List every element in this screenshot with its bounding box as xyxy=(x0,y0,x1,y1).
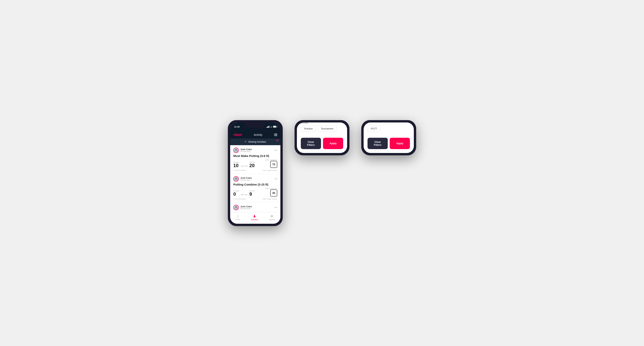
user-date-1: 28 Feb 2023 xyxy=(240,151,252,153)
filter-actions-3: Clear Filters Apply xyxy=(368,138,410,149)
score-value-1: 10 xyxy=(233,163,239,168)
user-date-2: 28 Feb 2023 xyxy=(240,179,252,181)
phone-1: 11:33 ▲ clippd Activity xyxy=(228,120,283,226)
filter-sheet-2: Filter ✕ Show Rounds Practice Drills Rou… xyxy=(297,123,347,153)
data-source-1: Data: Clippd Capture xyxy=(262,170,277,171)
activity-list-1: Josh Coles 28 Feb 2023 ••• Must Make Put… xyxy=(230,145,280,212)
activity-card-2[interactable]: Josh Coles 28 Feb 2023 ••• Putting Combi… xyxy=(230,174,280,202)
card-footer-2: ℹ Test Information Data: Clippd Capture xyxy=(233,198,277,200)
battery-icon xyxy=(273,126,276,128)
phone-2: 11:33 ▲ clippd Activity xyxy=(294,120,350,155)
user-info-2: Josh Coles 28 Feb 2023 xyxy=(233,176,252,182)
nav-activities-label-1: Activities xyxy=(251,219,258,221)
user-name-1: Josh Coles xyxy=(240,148,252,151)
logo-1: clippd xyxy=(233,133,242,137)
putt-btn-3[interactable]: PUTT xyxy=(368,126,380,132)
out-of-1: OUT OF xyxy=(240,165,248,167)
clear-filters-btn-2[interactable]: Clear Filters xyxy=(301,138,321,149)
user-name-2: Josh Coles xyxy=(240,177,252,179)
app-header-1: clippd Activity xyxy=(230,131,280,139)
avatar-2 xyxy=(233,176,239,182)
app-btn-3[interactable]: APP xyxy=(380,123,392,124)
activities-icon: ♟ xyxy=(253,214,256,218)
test-info-1: Test Information xyxy=(235,170,246,171)
practice-btn-2[interactable]: Practice xyxy=(301,126,316,132)
notch-1 xyxy=(246,123,265,128)
apply-btn-3[interactable]: Apply xyxy=(390,138,410,149)
nav-capture-label-1: Capture xyxy=(269,219,275,221)
viewing-bar-1[interactable]: ⚙ Viewing Activities xyxy=(230,139,280,145)
bottom-nav-1: ⌂ Home ♟ Activities ⊕ Capture xyxy=(230,212,280,224)
hamburger-menu-1[interactable] xyxy=(274,134,277,136)
test-info-2: Test Information xyxy=(235,198,246,200)
avatar-3 xyxy=(233,205,239,210)
phones-container: 11:33 ▲ clippd Activity xyxy=(228,120,416,226)
clear-filters-btn-3[interactable]: Clear Filters xyxy=(368,138,388,149)
activity-card-3[interactable]: Josh Coles 28 Feb 2023 ••• xyxy=(230,202,280,212)
filter-overlay-3: Filter ✕ Show Rounds Practice Drills Pra… xyxy=(364,123,414,153)
nav-capture-1[interactable]: ⊕ Capture xyxy=(269,214,275,221)
signal-icon xyxy=(266,126,270,128)
user-info-1: Josh Coles 28 Feb 2023 xyxy=(233,148,252,153)
header-title-1: Activity xyxy=(254,133,262,136)
score-value-2: 0 xyxy=(233,192,239,196)
activity-title-1: Must Make Putting (3-6 ft) xyxy=(233,154,277,158)
phone-3: 11:33 ▲ clippd Activity xyxy=(361,120,416,155)
status-bar-1: 11:33 ▲ xyxy=(230,123,280,131)
notification-dot-1 xyxy=(276,140,278,141)
capture-icon: ⊕ xyxy=(270,214,273,218)
activity-card-1[interactable]: Josh Coles 28 Feb 2023 ••• Must Make Put… xyxy=(230,145,280,174)
shot-quality-badge-1: 75 xyxy=(270,161,277,168)
stats-row-2: Score 0 OUT OF Shots 9 Shot Quality 45 xyxy=(233,188,277,196)
stats-row-1: Score 10 OUT OF Shots 20 Shot Quality 75 xyxy=(233,159,277,168)
status-time-1: 11:33 xyxy=(234,126,240,128)
shot-quality-badge-2: 45 xyxy=(270,189,277,196)
nav-home-1[interactable]: ⌂ Home xyxy=(236,214,240,220)
ott-btn-3[interactable]: OTT xyxy=(368,123,379,124)
apply-btn-2[interactable]: Apply xyxy=(323,138,343,149)
status-icons-1: ▲ xyxy=(266,126,276,128)
wifi-icon: ▲ xyxy=(270,126,272,128)
sq-label-1: Shot Quality xyxy=(265,159,277,161)
user-date-3: 28 Feb 2023 xyxy=(240,208,252,210)
shots-value-1: 20 xyxy=(250,163,255,168)
activity-title-2: Putting Combine (3-15 ft) xyxy=(233,183,277,186)
shots-value-2: 9 xyxy=(250,192,255,196)
more-dots-2[interactable]: ••• xyxy=(274,177,277,180)
user-name-3: Josh Coles xyxy=(240,205,252,208)
arg-btn-3[interactable]: ARG xyxy=(394,123,405,124)
avatar-1 xyxy=(233,148,239,153)
home-icon: ⌂ xyxy=(237,214,239,218)
sq-label-2: Shot Quality xyxy=(265,188,277,189)
viewing-bar-text-1: Viewing Activities xyxy=(248,141,266,143)
data-source-2: Data: Clippd Capture xyxy=(262,198,277,200)
more-dots-1[interactable]: ••• xyxy=(274,149,277,152)
rounds-label-2: Rounds xyxy=(301,123,343,124)
rounds-buttons-2: Practice Tournament xyxy=(301,126,343,132)
tournament-btn-2[interactable]: Tournament xyxy=(318,126,336,132)
user-info-3: Josh Coles 28 Feb 2023 xyxy=(233,205,252,210)
filter-actions-2: Clear Filters Apply xyxy=(301,138,343,149)
nav-home-label-1: Home xyxy=(236,218,240,220)
card-footer-1: ℹ Test Information Data: Clippd Capture xyxy=(233,170,277,171)
more-dots-3[interactable]: ••• xyxy=(274,206,277,209)
out-of-2: OUT OF xyxy=(240,194,248,196)
nav-activities-1[interactable]: ♟ Activities xyxy=(251,214,258,221)
filter-overlay-2: Filter ✕ Show Rounds Practice Drills Rou… xyxy=(297,123,347,153)
practice-drills-buttons-3: OTT APP ARG PUTT xyxy=(368,123,410,132)
filter-sheet-3: Filter ✕ Show Rounds Practice Drills Pra… xyxy=(364,123,414,153)
